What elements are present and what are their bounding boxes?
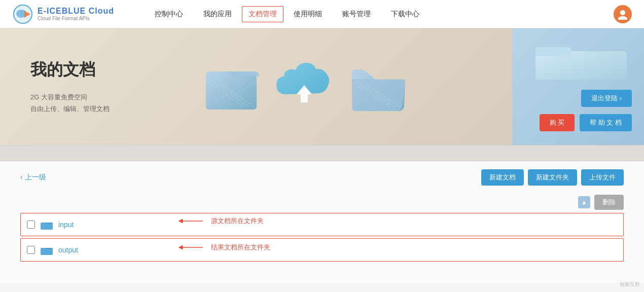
help-docs-button[interactable]: 帮 助 文 档 [580,114,632,131]
nav-item-account[interactable]: 账号管理 [332,0,381,28]
folder-right-icon [349,56,405,117]
delete-bar: ▲ 删除 [20,192,624,213]
nav-links: 控制中心 我的应用 文档管理 使用明细 账号管理 下载中心 [145,0,614,28]
nav-item-control[interactable]: 控制中心 [145,0,193,28]
toolbar-buttons: 新建文档 新建文件夹 上传文件 [481,169,624,186]
buy-button[interactable]: 购 买 [540,114,575,131]
avatar[interactable] [614,5,632,23]
nav-item-apps[interactable]: 我的应用 [193,0,242,28]
input-folder-name[interactable]: input [58,221,74,229]
file-toolbar: ‹ 上一级 新建文档 新建文件夹 上传文件 [20,169,624,186]
nav-item-download[interactable]: 下载中心 [381,0,430,28]
output-folder-name[interactable]: output [58,246,78,254]
delete-button[interactable]: 删除 [594,195,624,210]
input-annotation-text: 源文档所在文件夹 [211,216,264,226]
watermark: 创新互联 [620,281,640,283]
arrow-to-output-icon [177,241,208,253]
upload-file-button[interactable]: 上传文件 [581,169,624,186]
output-annotation-text: 结果文档所在文件夹 [211,243,270,252]
nav-item-usage[interactable]: 使用明细 [283,0,332,28]
svg-rect-19 [41,223,53,230]
logo-text: E-ICEBLUE Cloud Cloud File Format APIs [38,7,114,21]
cloud-upload-icon [271,54,337,120]
folder-left-icon [203,56,259,117]
navbar: E-ICEBLUE Cloud Cloud File Format APIs 控… [0,0,644,28]
content-area: ‹ 上一级 新建文档 新建文件夹 上传文件 ▲ 删除 源文档所在文件夹 [0,161,644,283]
new-folder-button[interactable]: 新建文件夹 [528,169,577,186]
table-row: output [20,238,624,262]
sort-icon[interactable]: ▲ [578,196,590,208]
input-annotation: 源文档所在文件夹 [177,215,264,227]
svg-rect-21 [41,248,53,255]
logo-area: E-ICEBLUE Cloud Cloud File Format APIs [12,4,114,25]
hero-illustration [132,28,477,145]
brand-subtitle: Cloud File Format APIs [38,16,114,21]
back-button[interactable]: ‹ 上一级 [20,173,46,182]
nav-item-docs[interactable]: 文档管理 [242,6,283,22]
logo-icon [12,4,33,25]
svg-point-5 [618,16,627,20]
folder-icon-output [40,244,53,256]
file-list: 源文档所在文件夹 input 结果文档所在文件夹 [20,213,624,273]
section-separator [0,145,644,161]
watermark-text: 创新互联 [620,281,640,283]
hero-desc: 2G 大容量免费空间 自由上传、编辑、管理文档 [30,91,110,115]
user-icon [617,9,628,20]
hero-action-buttons: 购 买 帮 助 文 档 [540,114,632,131]
logout-button[interactable]: 退出登陆 › [581,90,632,107]
hero-right-folder-icon [530,42,632,83]
new-doc-button[interactable]: 新建文档 [481,169,524,186]
output-annotation: 结果文档所在文件夹 [177,241,270,253]
hero-desc-line1: 2G 大容量免费空间 [30,91,110,103]
hero-desc-line2: 自由上传、编辑、管理文档 [30,103,110,115]
hero-right: 退出登陆 › 购 买 帮 助 文 档 [512,28,644,145]
hero-left: 我的文档 2G 大容量免费空间 自由上传、编辑、管理文档 [30,59,110,115]
svg-point-4 [620,10,625,15]
table-row: input [20,213,624,236]
hero-right-folder [524,42,632,83]
brand-title: E-ICEBLUE Cloud [38,7,114,16]
hero-banner: 我的文档 2G 大容量免费空间 自由上传、编辑、管理文档 [0,28,644,145]
output-checkbox[interactable] [27,246,35,254]
arrow-to-input-icon [177,215,208,227]
input-checkbox[interactable] [27,221,35,229]
hero-title: 我的文档 [30,59,110,81]
folder-icon-input [40,219,53,230]
svg-rect-17 [535,47,571,56]
